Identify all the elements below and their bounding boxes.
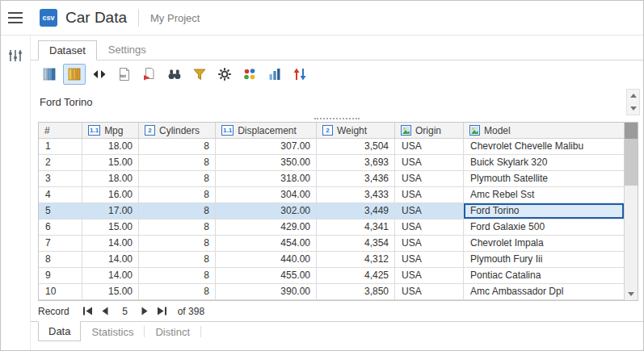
preview-scroll-down-icon[interactable] [627,102,639,115]
grid-cell[interactable]: USA [395,268,464,283]
grid-cell[interactable]: USA [395,236,464,251]
table-row[interactable]: 416.008304.003,433USAAmc Rebel Sst [39,187,624,203]
row-number-cell[interactable]: 9 [39,268,82,283]
grid-cell[interactable]: 4,312 [317,252,395,267]
grid-cell[interactable]: Ford Torino [464,203,624,219]
table-row[interactable]: 914.008455.004,425USAPontiac Catalina [39,268,624,284]
grid-cell[interactable]: Pontiac Catalina [464,268,624,283]
column-header-origin[interactable]: Origin [395,123,464,138]
tab-dataset[interactable]: Dataset [38,40,97,61]
sort-icon[interactable] [288,64,311,85]
grid-cell[interactable]: 429.00 [216,219,317,235]
grid-cell[interactable]: 17.00 [82,203,139,219]
grid-cell[interactable]: 3,433 [317,187,395,203]
next-record-button[interactable] [136,304,154,319]
row-number-cell[interactable]: 10 [39,284,82,299]
grid-cell[interactable]: 14.00 [82,252,139,267]
grid-cell[interactable]: USA [395,139,464,154]
chart-icon[interactable] [263,64,286,85]
grid-cell[interactable]: USA [395,155,464,170]
grid-cell[interactable]: 8 [139,284,216,299]
grid-cell[interactable]: 304.00 [216,187,317,203]
grid-cell[interactable]: 8 [139,236,216,251]
splitter-handle[interactable] [31,115,643,122]
grid-cell[interactable]: Buick Skylark 320 [464,155,624,170]
row-number-cell[interactable]: 5 [39,203,82,219]
column-header-displacement[interactable]: 1.1 Displacement [216,123,317,138]
tab-settings[interactable]: Settings [97,40,158,60]
grid-cell[interactable]: 14.00 [82,268,139,283]
grid-cell[interactable]: 3,436 [317,171,395,186]
grid-cell[interactable]: 4,425 [317,268,395,283]
grid-scrollbar-thumb[interactable] [625,139,638,186]
grid-cell[interactable]: 8 [139,268,216,283]
grid-scroll-down-icon[interactable] [625,287,638,300]
grid-cell[interactable]: Ford Galaxie 500 [464,219,624,235]
row-number-cell[interactable]: 6 [39,219,82,235]
filter-icon[interactable] [188,64,211,85]
grid-cell[interactable]: 18.00 [82,171,139,186]
grid-cell[interactable]: 15.00 [82,155,139,170]
grid-cell[interactable]: 8 [139,219,216,235]
tab-statistics[interactable]: Statistics [81,322,144,342]
grid-cell[interactable]: 318.00 [216,171,317,186]
grid-cell[interactable]: 390.00 [216,284,317,299]
grid-cell[interactable]: 15.00 [82,284,139,299]
grid-cell[interactable]: Chevrolet Impala [464,236,624,251]
preview-scroll-up-icon[interactable] [627,90,639,102]
table-row[interactable]: 118.008307.003,504USAChevrolet Chevelle … [39,139,624,155]
column-header-weight[interactable]: 2 Weight [317,123,395,138]
grid-cell[interactable]: Amc Ambassador Dpl [464,284,624,299]
grid-cell[interactable]: USA [395,219,464,235]
grid-cell[interactable]: 8 [139,187,216,203]
column-header-mpg[interactable]: 1.1 Mpg [82,123,139,138]
grid-cell[interactable]: 8 [139,252,216,267]
grid-cell[interactable]: Amc Rebel Sst [464,187,624,203]
hamburger-menu-icon[interactable] [1,12,30,23]
table-row[interactable]: 714.008454.004,354USAChevrolet Impala [39,236,624,252]
resize-columns-icon[interactable] [88,64,111,85]
grid-cell[interactable]: 16.00 [82,187,139,203]
grid-cell[interactable]: 4,341 [317,219,395,235]
table-row[interactable]: 215.008350.003,693USABuick Skylark 320 [39,155,624,171]
grid-cell[interactable]: 18.00 [82,139,139,154]
row-number-cell[interactable]: 7 [39,236,82,251]
export-icon[interactable] [138,64,161,85]
table-row[interactable]: 318.008318.003,436USAPlymouth Satellite [39,171,624,187]
grid-cell[interactable]: USA [395,284,464,299]
grid-cell[interactable]: 454.00 [216,236,317,251]
find-icon[interactable] [163,64,186,85]
grid-scrollbar-top[interactable] [625,123,638,139]
grid-cell[interactable]: USA [395,171,464,186]
columns-icon[interactable] [38,64,61,85]
grid-cell[interactable]: 8 [139,171,216,186]
cell-preview-value[interactable]: Ford Torino [31,96,93,108]
grid-cell[interactable]: 14.00 [82,236,139,251]
palette-icon[interactable] [238,64,261,85]
adjustments-icon[interactable] [5,45,26,66]
grid-cell[interactable]: 3,504 [317,139,395,154]
grid-cell[interactable]: 3,449 [317,203,395,219]
grid-cell[interactable]: Plymouth Fury Iii [464,252,624,267]
text-file-icon[interactable]: txt [113,64,136,85]
column-header-rownum[interactable]: # [39,123,82,138]
grid-cell[interactable]: 350.00 [216,155,317,170]
row-number-cell[interactable]: 1 [39,139,82,154]
gear-icon[interactable] [213,64,236,85]
grid-cell[interactable]: 3,850 [317,284,395,299]
grid-scrollbar-track[interactable] [625,186,638,287]
table-row[interactable]: 615.008429.004,341USAFord Galaxie 500 [39,219,624,236]
grid-cell[interactable]: USA [395,203,464,219]
previous-record-button[interactable] [97,304,115,319]
row-number-cell[interactable]: 2 [39,155,82,170]
grid-cell[interactable]: 15.00 [82,219,139,235]
grid-cell[interactable]: 4,354 [317,236,395,251]
table-row[interactable]: 517.008302.003,449USAFord Torino [39,203,624,219]
table-row[interactable]: 814.008440.004,312USAPlymouth Fury Iii [39,252,624,268]
grid-cell[interactable]: 3,693 [317,155,395,170]
table-row[interactable]: 1015.008390.003,850USAAmc Ambassador Dpl [39,284,624,300]
tab-distinct[interactable]: Distinct [145,322,200,342]
grid-cell[interactable]: USA [395,187,464,203]
tab-data[interactable]: Data [38,321,81,341]
row-number-cell[interactable]: 3 [39,171,82,186]
